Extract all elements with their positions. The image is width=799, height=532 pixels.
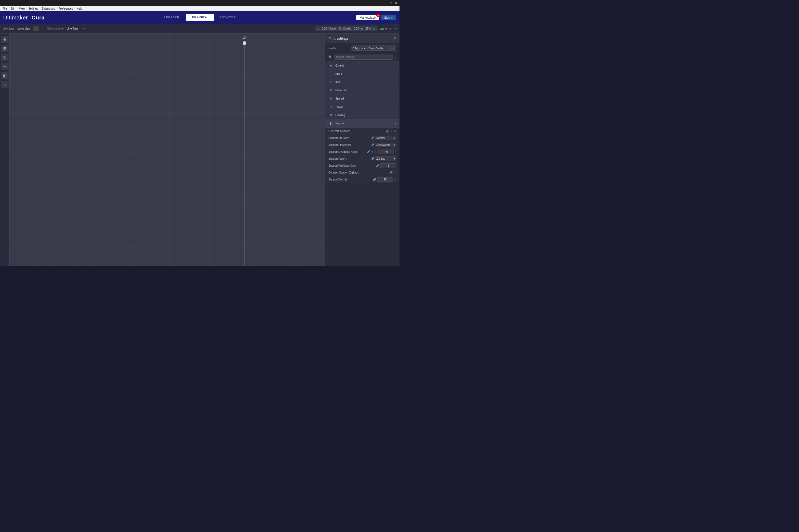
support-wall-input[interactable] xyxy=(380,164,396,168)
signin-button[interactable]: Sign in xyxy=(381,15,396,20)
category-shell[interactable]: ◫ Shell › xyxy=(325,70,399,78)
category-quality[interactable]: ◈ Quality › xyxy=(325,61,399,70)
right-panel: Print settings ✕ Profile 0.16_Klipper - … xyxy=(325,34,399,266)
connect-support-link-icon[interactable]: 🔗 xyxy=(389,171,393,174)
toggle-on-label[interactable]: On xyxy=(380,27,384,30)
search-input[interactable] xyxy=(334,55,393,60)
zoom-value: 25% xyxy=(365,27,371,30)
on-off-toggle: On ⊕ Off xyxy=(380,27,392,30)
category-quality-label: Quality xyxy=(335,64,396,67)
search-row: 🔍 ≡ xyxy=(325,53,399,61)
menu-preferences[interactable]: Preferences xyxy=(57,6,75,11)
support-density-input[interactable] xyxy=(377,177,393,182)
color-scheme-edit-icon[interactable]: ✏ xyxy=(83,27,85,30)
support-info-icon[interactable]: ⓘ xyxy=(391,121,393,125)
cooling-icon: ❄ xyxy=(328,113,333,117)
support-overhang-controls: 🔗 ↺ ⓘ ° xyxy=(367,150,396,154)
tool-scale[interactable]: ⊞ xyxy=(1,45,8,52)
category-travel[interactable]: ↗ Travel › xyxy=(325,103,399,111)
menu-help[interactable]: Help xyxy=(75,6,84,11)
view-type-toggle[interactable]: ‹ xyxy=(33,26,39,32)
layer-slider-top-thumb[interactable] xyxy=(243,41,247,45)
app-logo: Ultimaker Cura xyxy=(3,15,45,21)
toggle-off-label[interactable]: Off xyxy=(388,27,392,30)
search-menu-icon[interactable]: ≡ xyxy=(395,56,396,59)
category-travel-label: Travel xyxy=(335,105,396,108)
support-structure-link-icon[interactable]: 🔗 xyxy=(371,136,374,139)
support-overhang-reset-icon[interactable]: ↺ xyxy=(371,150,374,153)
category-cooling[interactable]: ❄ Cooling › xyxy=(325,111,399,119)
generate-support-row: Generate Support 🔗 ↺ ✓ xyxy=(325,128,399,135)
support-wall-link-icon[interactable]: 🔗 xyxy=(376,164,379,167)
tool-mirror[interactable]: ⇔ xyxy=(1,63,8,70)
toolbar-right: 🖨 0.16_Klipper - S...Quality - 0.24mm 25… xyxy=(315,26,397,31)
support-pattern-row: Support Pattern 🔗 Zig Zag ▾ xyxy=(325,155,399,162)
support-overhang-input[interactable] xyxy=(378,150,394,154)
support-overhang-link-icon[interactable]: 🔗 xyxy=(367,150,370,153)
tab-prepare[interactable]: PREPARE xyxy=(157,14,186,21)
support-structure-dropdown[interactable]: Normal ▾ xyxy=(375,136,396,140)
print-settings-header: Print settings ✕ xyxy=(325,34,399,43)
tool-move[interactable]: ⊕ xyxy=(1,36,8,43)
support-overhang-info-icon[interactable]: ⓘ xyxy=(375,150,377,154)
view-type-value: Layer view xyxy=(17,27,30,30)
profile-chevron-icon: ▾ xyxy=(393,46,395,50)
category-infill[interactable]: ⊞ Infill › xyxy=(325,78,399,86)
support-wall-label: Support Wall Line Count xyxy=(328,164,376,167)
category-material[interactable]: ≡ Material › xyxy=(325,86,399,94)
support-pattern-link-icon[interactable]: 🔗 xyxy=(371,157,374,160)
support-structure-label: Support Structure xyxy=(328,136,371,139)
category-speed-label: Speed xyxy=(335,97,396,100)
support-placement-label: Support Placement xyxy=(328,144,371,146)
marketplace-button[interactable]: Marketplace 3 xyxy=(356,15,379,20)
category-shell-label: Shell xyxy=(335,72,396,75)
connect-support-check[interactable]: ✓ xyxy=(394,171,396,175)
material-icon: ≡ xyxy=(328,88,333,93)
menu-file[interactable]: File xyxy=(1,6,8,11)
speed-icon: ◎ xyxy=(328,96,333,101)
tool-rotate[interactable]: ↻ xyxy=(1,54,8,61)
profile-select[interactable]: 0.16_Klipper - Super Quality - 0.16mm ☆ … xyxy=(351,45,396,51)
view-type-label: View type xyxy=(3,27,14,30)
menu-extensions[interactable]: Extensions xyxy=(40,6,56,11)
support-wall-controls: 🔗 xyxy=(376,164,396,168)
layer-slider: 104 xyxy=(241,36,248,266)
layer-slider-track[interactable] xyxy=(244,41,245,266)
nav-tabs: PREPARE PREVIEW MONITOR xyxy=(157,14,242,21)
material-chevron-icon: › xyxy=(396,89,396,92)
tab-preview[interactable]: PREVIEW xyxy=(186,14,214,21)
support-placement-dropdown[interactable]: Everywhere ▾ xyxy=(375,142,396,147)
menu-edit[interactable]: Edit xyxy=(9,6,17,11)
support-pattern-dropdown[interactable]: Zig Zag ▾ xyxy=(375,156,396,161)
support-structure-controls: 🔗 Normal ▾ xyxy=(371,136,396,140)
marketplace-badge: 3 xyxy=(376,14,380,17)
tool-support[interactable]: ◧ xyxy=(1,72,8,79)
support-density-link-icon[interactable]: 🔗 xyxy=(373,178,376,181)
category-cooling-label: Cooling xyxy=(335,113,396,117)
menu-view[interactable]: View xyxy=(17,6,26,11)
app-logo-bold: Cura xyxy=(32,15,45,20)
support-placement-link-icon[interactable]: 🔗 xyxy=(371,144,374,146)
toolbar-settings-icon[interactable]: ✏ xyxy=(395,27,397,30)
printer-info: 🖨 0.16_Klipper - S...Quality - 0.24mm 25… xyxy=(315,26,378,31)
menu-settings[interactable]: Settings xyxy=(27,6,40,11)
tool-settings-per-model[interactable]: ≡ xyxy=(1,81,8,88)
category-support[interactable]: ◧ Support ⓘ ▾ xyxy=(325,119,399,128)
minimize-button[interactable]: ─ xyxy=(383,1,388,5)
close-button[interactable]: ✕ xyxy=(394,1,398,5)
generate-support-link-icon[interactable]: 🔗 xyxy=(386,130,389,133)
category-speed[interactable]: ◎ Speed › xyxy=(325,94,399,103)
profile-value: 0.16_Klipper - Super Quality - 0.16mm xyxy=(353,47,387,50)
support-structure-chevron: ▾ xyxy=(394,136,395,139)
tab-monitor[interactable]: MONITOR xyxy=(214,14,242,21)
generate-support-reset-icon[interactable]: ↺ xyxy=(391,130,393,133)
maximize-button[interactable]: □ xyxy=(388,1,393,5)
more-settings-dots[interactable]: • • • xyxy=(325,183,399,188)
support-pattern-controls: 🔗 Zig Zag ▾ xyxy=(371,156,396,161)
app-logo-light: Ultimaker xyxy=(3,15,28,20)
print-settings-close[interactable]: ✕ xyxy=(393,36,396,40)
menu-bar: File Edit View Settings Extensions Prefe… xyxy=(0,6,399,11)
generate-support-check[interactable]: ✓ xyxy=(394,129,396,133)
support-placement-chevron: ▾ xyxy=(394,144,395,146)
color-scheme-value: Line Type xyxy=(67,27,78,30)
